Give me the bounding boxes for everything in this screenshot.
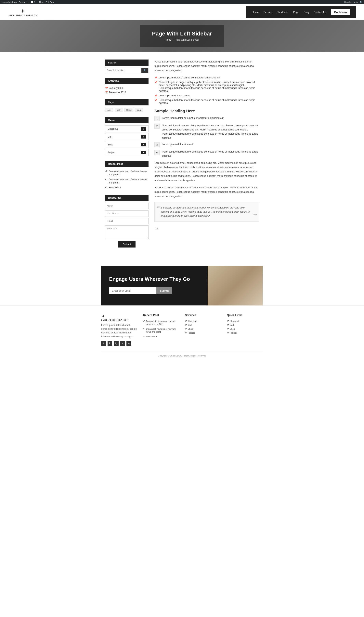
- tag-good[interactable]: Good: [125, 108, 133, 112]
- archive-jan-2023[interactable]: January 2023: [109, 87, 123, 90]
- recent-post-2[interactable]: Do a week roundup of relevant news and p…: [108, 178, 148, 185]
- footer-service-checkout-link[interactable]: Checkout: [188, 320, 197, 322]
- menu-item-shop: Shop ▶: [105, 141, 148, 148]
- newsletter-image: [208, 266, 263, 305]
- nav-blog[interactable]: Blog: [304, 11, 309, 13]
- archive-item: January 2023: [105, 86, 148, 90]
- search-input[interactable]: [105, 68, 142, 73]
- numbered-item-3: 3 Lorem ipsum dolor sit amet: [155, 142, 259, 147]
- menu-cart-label: Cart: [108, 135, 112, 138]
- admin-comments-link[interactable]: 💬 3: [31, 1, 35, 3]
- footer-quicklink-cart-link[interactable]: Cart: [230, 324, 234, 326]
- numbered-item-2-text: Nunc vel ligula in augue tristique pelle…: [162, 124, 259, 140]
- tag-bad[interactable]: BAD: [105, 108, 113, 112]
- footer-quick-links-title: Quick Links: [227, 314, 263, 317]
- social-linkedin-icon[interactable]: in: [120, 341, 125, 346]
- footer-post-2[interactable]: Do a week roundup of relevant news and p…: [146, 328, 179, 334]
- admin-new-link[interactable]: + New: [38, 1, 44, 3]
- footer-service-shop-link[interactable]: Shop: [188, 328, 193, 330]
- hero-content: Page With Left Sidebar Home → Page With …: [140, 25, 224, 47]
- footer-grid: ✦ LUKE JOHN HARRISON Lorem ipsum dolor s…: [101, 314, 263, 346]
- footer-post-3[interactable]: Hello world!: [146, 335, 157, 338]
- footer-quicklink-shop-link[interactable]: Shop: [230, 328, 235, 330]
- logo-text: LUKE JOHN HARRISON: [8, 14, 38, 16]
- nav-page[interactable]: Page: [293, 11, 299, 13]
- footer-post-1[interactable]: Do a week roundup of relevant news and p…: [146, 320, 179, 326]
- numbered-item-4-num: 4: [155, 150, 159, 155]
- contact-lastname-input[interactable]: [105, 210, 148, 217]
- recent-post-1[interactable]: Do a week roundup of relevant news and p…: [108, 170, 148, 176]
- newsletter-title: Engage Users Wherever They Go: [109, 276, 200, 283]
- edit-link[interactable]: Edit: [155, 227, 158, 230]
- breadcrumb-home[interactable]: Home: [165, 39, 171, 41]
- contact-name-input[interactable]: [105, 203, 148, 209]
- footer-about-text: Lorem ipsum dolor sit amet, consectetur …: [101, 323, 137, 339]
- newsletter-submit-button[interactable]: Submit: [156, 287, 172, 294]
- site-logo[interactable]: ✦ LUKE JOHN HARRISON: [8, 8, 38, 16]
- menu-checkout-label: Checkout: [108, 128, 118, 130]
- social-pinterest-icon[interactable]: P: [107, 341, 112, 346]
- site-footer: ✦ LUKE JOHN HARRISON Lorem ipsum dolor s…: [0, 305, 364, 361]
- recent-post-widget-title: Recent Post: [105, 161, 148, 167]
- newsletter-img-bg: [208, 266, 263, 305]
- site-header: ✦ LUKE JOHN HARRISON Home Service Shortc…: [0, 4, 364, 20]
- contact-submit-button[interactable]: Submit: [118, 241, 135, 248]
- book-now-button[interactable]: Book Now: [331, 9, 350, 15]
- footer-logo-text: LUKE JOHN HARRISON: [101, 319, 129, 321]
- admin-edit-page-link[interactable]: Edit Page: [46, 1, 55, 3]
- nav-service[interactable]: Service: [263, 11, 272, 13]
- footer-service-cart-link[interactable]: Cart: [188, 324, 192, 326]
- menu-cart-link[interactable]: Cart ▶: [105, 133, 148, 140]
- social-instagram-icon[interactable]: ig: [114, 341, 118, 346]
- nav-shortcode[interactable]: Shortcode: [277, 11, 288, 13]
- archives-widget-title: Archives: [105, 78, 148, 84]
- footer-post-item: Do a week roundup of relevant news and p…: [143, 327, 179, 334]
- tag-learn[interactable]: learn: [135, 108, 143, 112]
- menu-item-project: Project ▶: [105, 149, 148, 156]
- tag-cloth[interactable]: cloth: [115, 108, 123, 112]
- numbered-item-1-text: Lorem ipsum dolor sit amet, consectetur …: [162, 116, 223, 121]
- footer-post-item: Hello world!: [143, 334, 179, 339]
- footer-quicklink-checkout: Checkout: [227, 319, 263, 323]
- menu-checkout-link[interactable]: Checkout ▶: [105, 125, 148, 132]
- search-widget-title: Search: [105, 60, 148, 66]
- recent-post-3[interactable]: Hello world!: [108, 186, 121, 189]
- numbered-item-1-num: 1: [155, 116, 159, 121]
- recent-post-item: Do a week roundup of relevant news and p…: [105, 177, 148, 185]
- contact-widget: Contact Us Submit: [105, 195, 148, 248]
- footer-social: f P ig in tw: [101, 341, 137, 346]
- footer-quicklink-shop: Shop: [227, 327, 263, 331]
- footer-quicklink-checkout-link[interactable]: Checkout: [230, 320, 239, 322]
- contact-message-input[interactable]: [105, 225, 148, 239]
- archive-dec-2022[interactable]: December 2022: [109, 91, 126, 94]
- menu-widget-title: Menu: [105, 117, 148, 123]
- footer-about-col: ✦ LUKE JOHN HARRISON Lorem ipsum dolor s…: [101, 314, 137, 346]
- sidebar: Search 🔍 Archives January 2023 December …: [105, 60, 148, 252]
- footer-quick-links-col: Quick Links Checkout Cart Shop Project: [227, 314, 263, 346]
- bullet-item-2: Nunc vel ligula in augue tristique pelle…: [155, 80, 259, 93]
- menu-project-arrow: ▶: [141, 151, 146, 154]
- admin-customize-link[interactable]: Customize: [18, 1, 29, 3]
- footer-recent-post-title: Recent Post: [143, 314, 179, 317]
- social-facebook-icon[interactable]: f: [101, 341, 106, 346]
- search-widget: Search 🔍: [105, 60, 148, 73]
- content-blockquote: It is a long established fact that a rea…: [155, 202, 259, 222]
- bullet-item-1: Lorem ipsum dolor sit amet, consectetur …: [155, 75, 259, 80]
- menu-shop-link[interactable]: Shop ▶: [105, 141, 148, 148]
- newsletter-email-input[interactable]: [109, 287, 156, 294]
- admin-howdy-link[interactable]: Howdy, admin: [344, 1, 358, 3]
- main-nav: Home Service Shortcode Page Blog Contact…: [246, 6, 356, 18]
- social-twitter-icon[interactable]: tw: [127, 341, 131, 346]
- search-submit-button[interactable]: 🔍: [142, 68, 148, 73]
- breadcrumb-current: Page With Left Sidebar: [175, 39, 199, 41]
- archive-item: December 2022: [105, 90, 148, 95]
- contact-email-input[interactable]: [105, 218, 148, 224]
- nav-contact-us[interactable]: Contact Us: [314, 11, 326, 13]
- menu-list: Checkout ▶ Cart ▶ Shop ▶: [105, 125, 148, 156]
- footer-quicklink-project-link[interactable]: Project: [230, 332, 236, 334]
- admin-site-link[interactable]: luxury-hotel-pro: [1, 1, 16, 3]
- nav-home[interactable]: Home: [252, 11, 259, 13]
- recent-post-item: Hello world!: [105, 185, 148, 190]
- footer-service-project-link[interactable]: Project: [188, 332, 195, 334]
- menu-project-link[interactable]: Project ▶: [105, 149, 148, 156]
